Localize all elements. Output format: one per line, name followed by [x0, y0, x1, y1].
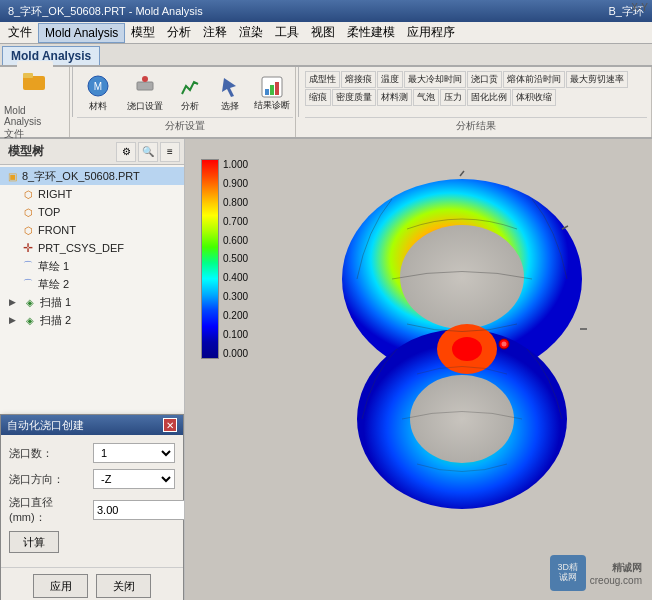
analysis-results-label: 分析结果 — [305, 117, 647, 135]
tree-item-root[interactable]: ▣ 8_字环_OK_50608.PRT — [0, 167, 184, 185]
gate-btn[interactable]: 浇口设置 — [121, 71, 169, 115]
result-melt-front-btn[interactable]: 熔体前沿时间 — [503, 71, 565, 88]
panel-btn-settings[interactable]: ⚙ — [116, 142, 136, 162]
gate-count-row: 浇口数： 1 — [9, 443, 175, 463]
menu-item-file[interactable]: 文件 — [2, 22, 38, 43]
legend-value-2: 0.800 — [223, 197, 248, 208]
watermark: 3D精诚网 精诚网 creoug.com — [550, 555, 642, 591]
legend-value-4: 0.600 — [223, 235, 248, 246]
select-icon — [218, 74, 242, 98]
toolbar-area: Mold Analysis文件 M 材料 — [0, 67, 652, 139]
legend-labels: 1.000 0.900 0.800 0.700 0.600 0.500 0.40… — [223, 159, 248, 359]
toolbar-sep-1 — [72, 67, 73, 117]
svg-rect-0 — [23, 76, 45, 90]
results-btn[interactable]: 结果诊断 — [251, 71, 293, 115]
analysis-btn[interactable]: 分析 — [171, 71, 209, 115]
panel-btn-expand[interactable]: ≡ — [160, 142, 180, 162]
legend-value-5: 0.500 — [223, 253, 248, 264]
result-shrink-btn[interactable]: 缩痕 — [305, 89, 331, 106]
gate-diameter-input[interactable] — [93, 500, 185, 520]
menu-item-view[interactable]: 视图 — [305, 22, 341, 43]
menu-item-apps[interactable]: 应用程序 — [401, 22, 461, 43]
dialog-close-btn[interactable]: ✕ — [163, 418, 177, 432]
tree-item-sketch2-label: 草绘 2 — [38, 277, 69, 292]
gate-direction-select[interactable]: -Z — [93, 469, 175, 489]
menu-item-annotation[interactable]: 注释 — [197, 22, 233, 43]
main-area: 模型树 ⚙ 🔍 ≡ ▣ 8_字环_OK_50608.PRT ⬡ RIGHT ⬡ … — [0, 139, 652, 600]
menu-item-flex[interactable]: 柔性建模 — [341, 22, 401, 43]
gate-label: 浇口设置 — [127, 100, 163, 113]
tree-item-right[interactable]: ⬡ RIGHT — [0, 185, 184, 203]
legend-value-6: 0.400 — [223, 272, 248, 283]
svg-point-13 — [410, 375, 514, 463]
watermark-text: 精诚网 — [590, 561, 642, 575]
folder-icon — [23, 70, 47, 94]
analysis-icon — [178, 74, 202, 98]
legend-value-8: 0.200 — [223, 310, 248, 321]
material-label: 材料 — [89, 100, 107, 113]
result-weld-btn[interactable]: 熔接痕 — [341, 71, 376, 88]
plane-icon-top: ⬡ — [20, 204, 36, 220]
calc-button[interactable]: 计算 — [9, 531, 59, 553]
tree-item-front-label: FRONT — [38, 224, 76, 236]
toolbar-file-label: Mold Analysis文件 — [4, 105, 65, 143]
result-max-shear-btn[interactable]: 最大剪切速率 — [566, 71, 628, 88]
result-bubble-btn[interactable]: 气泡 — [413, 89, 439, 106]
sketch-icon-1: ⌒ — [20, 258, 36, 274]
tree-item-sketch2[interactable]: ⌒ 草绘 2 — [0, 275, 184, 293]
result-cure-btn[interactable]: 固化比例 — [467, 89, 511, 106]
tree-item-top-label: TOP — [38, 206, 60, 218]
gate-direction-label: 浇口方向： — [9, 472, 89, 487]
legend-value-3: 0.700 — [223, 216, 248, 227]
scan-icon-2: ◈ — [22, 312, 38, 328]
legend-value-7: 0.300 — [223, 291, 248, 302]
result-gate-contrib-btn[interactable]: 浇口贡 — [467, 71, 502, 88]
shape-area — [262, 149, 642, 519]
toolbar-folder-btn[interactable] — [17, 61, 53, 105]
tree-item-csys[interactable]: ✛ PRT_CSYS_DEF — [0, 239, 184, 257]
legend-value-9: 0.100 — [223, 329, 248, 340]
gate-direction-row: 浇口方向： -Z — [9, 469, 175, 489]
result-material-btn[interactable]: 材料测 — [377, 89, 412, 106]
tree-item-scan1[interactable]: ▶ ◈ 扫描 1 — [0, 293, 184, 311]
csys-icon: ✛ — [20, 240, 36, 256]
material-icon: M — [86, 74, 110, 98]
toolbar-sep-2 — [298, 67, 299, 117]
gate-count-label: 浇口数： — [9, 446, 89, 461]
menu-item-analysis[interactable]: 分析 — [161, 22, 197, 43]
title-bar-text: 8_字环_OK_50608.PRT - Mold Analysis — [8, 4, 203, 19]
dialog-body: 浇口数： 1 浇口方向： -Z 浇口直径 (mm)： 计算 — [1, 435, 183, 567]
panel-btn-search[interactable]: 🔍 — [138, 142, 158, 162]
tree-item-scan2[interactable]: ▶ ◈ 扫描 2 — [0, 311, 184, 329]
panel-title: 模型树 — [4, 141, 48, 162]
svg-line-18 — [460, 171, 464, 176]
result-pressure-btn[interactable]: 压力 — [440, 89, 466, 106]
tree-item-top[interactable]: ⬡ TOP — [0, 203, 184, 221]
tree-item-right-label: RIGHT — [38, 188, 72, 200]
result-cooltime-btn[interactable]: 最大冷却时间 — [404, 71, 466, 88]
result-vol-shrink-btn[interactable]: 体积收缩 — [512, 89, 556, 106]
menu-item-mold[interactable]: Mold Analysis — [38, 23, 125, 43]
tree-item-sketch1[interactable]: ⌒ 草绘 1 — [0, 257, 184, 275]
expand-icon-2[interactable]: ▶ — [4, 312, 20, 328]
plane-icon-front: ⬡ — [20, 222, 36, 238]
menu-item-model[interactable]: 模型 — [125, 22, 161, 43]
tree-item-front[interactable]: ⬡ FRONT — [0, 221, 184, 239]
expand-icon-1[interactable]: ▶ — [4, 294, 20, 310]
material-btn[interactable]: M 材料 — [77, 71, 119, 115]
select-btn[interactable]: 选择 — [211, 71, 249, 115]
close-button[interactable]: 关闭 — [96, 574, 151, 598]
toolbar-section-settings: M 材料 浇口设置 — [75, 67, 296, 137]
result-molding-btn[interactable]: 成型性 — [305, 71, 340, 88]
gate-count-select[interactable]: 1 — [93, 443, 175, 463]
menu-item-tools[interactable]: 工具 — [269, 22, 305, 43]
menu-item-render[interactable]: 渲染 — [233, 22, 269, 43]
panel-toolbar: 模型树 ⚙ 🔍 ≡ — [0, 139, 184, 165]
file-icon: ▣ — [4, 168, 20, 184]
svg-text:M: M — [94, 81, 102, 92]
dialog-footer: 应用 关闭 — [1, 567, 183, 600]
result-density-btn[interactable]: 密度质量 — [332, 89, 376, 106]
apply-button[interactable]: 应用 — [33, 574, 88, 598]
tree-item-scan1-label: 扫描 1 — [40, 295, 71, 310]
result-temp-btn[interactable]: 温度 — [377, 71, 403, 88]
